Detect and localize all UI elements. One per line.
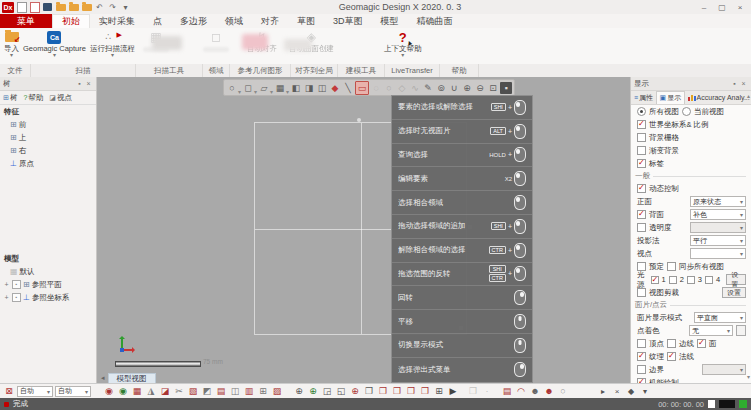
maximize-button[interactable]: ▢: [713, 0, 731, 14]
mesh-tool-icon[interactable]: ◉: [103, 385, 115, 397]
mesh-tool-icon[interactable]: ▧: [187, 385, 199, 397]
chevron-down-icon[interactable]: ▾: [270, 88, 273, 95]
zoom-in-icon[interactable]: ⊕: [461, 82, 473, 94]
redo-icon[interactable]: ↷: [107, 2, 118, 12]
doc-tool-icon[interactable]: ◲: [321, 385, 333, 397]
user-active-icon[interactable]: ☻: [543, 385, 555, 397]
viewport[interactable]: ○▾◻▾▱▾▦▾◧◨◫◆╲▭◌○◇∿✎⊚∪⊕⊖⊡▪ 75 mm ◂ 模型视图: [97, 77, 630, 383]
ramp-display-icon[interactable]: ◧: [290, 82, 302, 94]
zoom-out-icon[interactable]: ⊖: [474, 82, 486, 94]
ribbon-button-上下文帮助[interactable]: ?▲上下文帮助▾: [384, 28, 422, 63]
light-2[interactable]: [669, 276, 677, 284]
mesh-tool-icon[interactable]: ◪: [159, 385, 171, 397]
import-folder-icon[interactable]: [55, 2, 66, 12]
customize-caret-icon[interactable]: ▾: [120, 2, 131, 12]
chevron-down-icon[interactable]: ▾: [254, 88, 257, 95]
zoom-tool-icon[interactable]: ⊕: [307, 385, 319, 397]
mesh-tool-icon[interactable]: ⊞: [257, 385, 269, 397]
light-3[interactable]: [687, 276, 695, 284]
panel-tab-属性[interactable]: ≡属性: [631, 91, 656, 104]
dropdown[interactable]: 平行▾: [690, 235, 746, 246]
mesh-tool-icon[interactable]: ▥: [243, 385, 255, 397]
auto-mode-dropdown[interactable]: 自动▾: [55, 386, 91, 397]
ribbon-button-导入[interactable]: ↙导入▾: [4, 28, 19, 63]
tree-item-参照平面[interactable]: +▪⊞参照平面: [0, 278, 96, 291]
menu-button[interactable]: 菜单: [0, 14, 52, 28]
minimize-button[interactable]: –: [695, 0, 713, 14]
light-1[interactable]: [651, 276, 659, 284]
checkbox[interactable]: [637, 120, 646, 129]
checkbox[interactable]: [637, 223, 646, 232]
settings-button[interactable]: 设置: [726, 274, 746, 285]
dropdown[interactable]: ▾: [690, 248, 746, 259]
checkbox[interactable]: [637, 365, 646, 374]
line-select-icon[interactable]: ╲: [342, 82, 354, 94]
mesh-tool-icon[interactable]: ◉: [117, 385, 129, 397]
grid-tool-icon[interactable]: ⊞: [433, 385, 445, 397]
model-view-tab[interactable]: 模型视图: [108, 373, 156, 384]
scroll-up-icon[interactable]: ▴: [747, 92, 750, 99]
ribbon-tab-对齐[interactable]: 对齐: [252, 14, 288, 28]
doc-tool-icon[interactable]: ❐: [377, 385, 389, 397]
mesh-tool-icon[interactable]: ◮: [145, 385, 157, 397]
collapse-panel-icon[interactable]: ▾: [639, 385, 651, 397]
ribbon-tab-初始[interactable]: 初始: [52, 14, 90, 28]
ribbon-tab-领域[interactable]: 领域: [216, 14, 252, 28]
close-icon[interactable]: ×: [84, 80, 93, 87]
tree-item-右[interactable]: ⊞右: [0, 144, 96, 157]
checkbox[interactable]: [637, 339, 646, 348]
ribbon-tab-多边形[interactable]: 多边形: [171, 14, 216, 28]
dropdown[interactable]: 补色▾: [690, 209, 746, 220]
measure-icon[interactable]: ▤: [501, 385, 513, 397]
checkbox[interactable]: [637, 262, 646, 271]
checkbox[interactable]: [637, 146, 646, 155]
chevron-down-icon[interactable]: ▾: [286, 88, 289, 95]
mesh-tool-icon[interactable]: ◩: [201, 385, 213, 397]
scroll-down-icon[interactable]: ▾: [747, 373, 750, 380]
shade-plane-icon[interactable]: ▱: [258, 82, 270, 94]
flood-select-icon[interactable]: ⊚: [435, 82, 447, 94]
pin-icon[interactable]: ▪: [730, 80, 739, 87]
settings-button[interactable]: 设置: [722, 287, 746, 298]
shade-cube-icon[interactable]: ◻: [242, 82, 254, 94]
doc-tool-icon[interactable]: ❐: [405, 385, 417, 397]
expand-icon[interactable]: +: [3, 281, 10, 288]
zoom-tool-icon[interactable]: ⊕: [293, 385, 305, 397]
light-4[interactable]: [705, 276, 713, 284]
checkbox[interactable]: [637, 184, 646, 193]
radio-所有视图[interactable]: [637, 107, 646, 116]
panel-tab-显示[interactable]: ▣显示: [656, 91, 685, 104]
expand-panel-icon[interactable]: ▸: [597, 385, 609, 397]
panel-tab-树[interactable]: ⊞树: [0, 91, 20, 104]
pencil-select-icon[interactable]: ✎: [422, 82, 434, 94]
checkbox[interactable]: [697, 339, 706, 348]
undo-icon[interactable]: ↶: [94, 2, 105, 12]
ribbon-tab-精确曲面[interactable]: 精确曲面: [408, 14, 462, 28]
checkbox[interactable]: [667, 262, 676, 271]
ribbon-tab-3D草图[interactable]: 3D草图: [324, 14, 372, 28]
dropdown[interactable]: 原来状态▾: [690, 196, 746, 207]
doc-tool-icon[interactable]: ❐: [391, 385, 403, 397]
close-button[interactable]: ×: [731, 0, 749, 14]
dropdown[interactable]: 无▾: [689, 325, 733, 336]
magnet-select-icon[interactable]: ∪: [448, 82, 460, 94]
checkbox[interactable]: [637, 210, 646, 219]
close-icon[interactable]: ×: [739, 80, 748, 87]
chevron-down-icon[interactable]: ▾: [238, 88, 241, 95]
tree-item-上[interactable]: ⊞上: [0, 131, 96, 144]
close-panel-icon[interactable]: ×: [611, 385, 623, 397]
save-icon[interactable]: [42, 2, 53, 12]
tree-item-原点[interactable]: ⊥原点: [0, 157, 96, 170]
ribbon-tab-模型[interactable]: 模型: [372, 14, 408, 28]
radio-当前视图[interactable]: [682, 107, 691, 116]
mesh-tool-icon[interactable]: ✂: [173, 385, 185, 397]
shade-sphere-icon[interactable]: ○: [226, 82, 238, 94]
tree-item-默认[interactable]: ▦默认: [0, 265, 96, 278]
split-view-icon[interactable]: ◫: [316, 82, 328, 94]
checkbox[interactable]: [667, 352, 676, 361]
record-icon[interactable]: ○: [557, 385, 569, 397]
selection-filter-icon[interactable]: ⊠: [3, 385, 15, 397]
ribbon-button-运行扫描流程[interactable]: ∴▶运行扫描流程▾: [90, 28, 135, 63]
expand-icon[interactable]: +: [3, 294, 10, 301]
export-folder-icon[interactable]: [81, 2, 92, 12]
